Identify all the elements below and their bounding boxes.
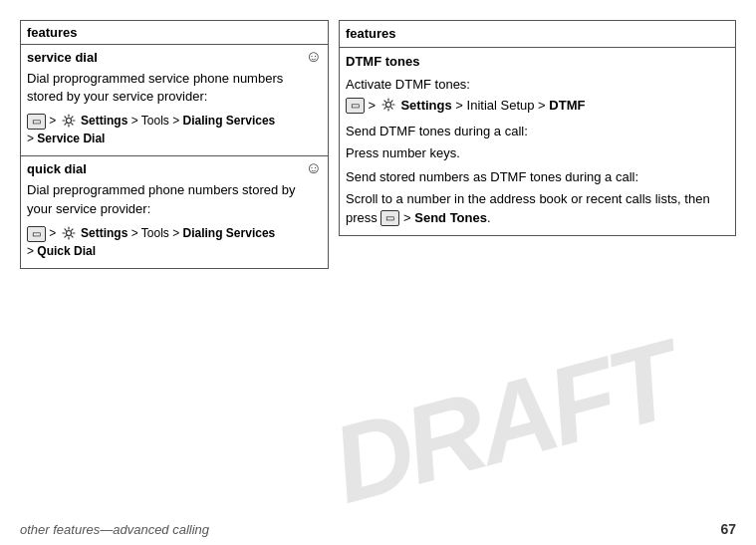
press-keys-row: Press number keys. [340, 141, 736, 165]
send-label-row: Send DTMF tones during a call: [340, 120, 736, 141]
service-dial-title-row: service dial ☺ [21, 45, 329, 69]
path-quick-dial: Quick Dial [37, 244, 96, 258]
scroll-label: Scroll to a number in the address book o… [340, 187, 736, 235]
quick-dial-icon: ☺ [306, 159, 322, 177]
press-keys-label: Press number keys. [340, 141, 736, 165]
main-area: features service dial ☺ Dial proprogramm… [0, 0, 756, 513]
footer-left: other features—advanced calling [20, 522, 209, 537]
path-dtmf: DTMF [549, 98, 585, 113]
footer: other features—advanced calling 67 [0, 513, 756, 545]
settings-icon-left-1 [61, 113, 77, 129]
path-dialing-left-2: Dialing Services [183, 226, 276, 240]
service-dial-title: service dial [27, 50, 98, 65]
svg-point-1 [66, 230, 71, 235]
service-dial-title-cell: service dial ☺ [21, 45, 329, 69]
stored-label: Send stored numbers as DTMF tones during… [340, 165, 736, 187]
right-header-cell: features [340, 21, 736, 48]
quick-dial-path: ▭ > Settings > Tools > Dialing Services … [21, 222, 329, 269]
menu-key-right-1: ▭ [346, 98, 365, 114]
scroll-row: Scroll to a number in the address book o… [340, 187, 736, 235]
service-dial-path-row: ▭ > Settings > Tools > Dialing Services … [21, 110, 329, 156]
right-table: features DTMF tones Activate DTMF tones:… [339, 20, 736, 236]
menu-key-right-2: ▭ [380, 210, 399, 226]
footer-right: 67 [720, 521, 736, 537]
service-dial-desc-row: Dial proprogrammed service phone numbers… [21, 68, 329, 110]
quick-dial-path-row: ▭ > Settings > Tools > Dialing Services … [21, 222, 329, 269]
quick-dial-desc-row: Dial preprogrammed phone numbers stored … [21, 179, 329, 221]
svg-point-0 [66, 119, 71, 124]
left-header-cell: features [21, 21, 329, 45]
left-table: features service dial ☺ Dial proprogramm… [20, 20, 329, 269]
service-dial-icon: ☺ [306, 48, 322, 66]
service-dial-desc: Dial proprogrammed service phone numbers… [21, 68, 329, 110]
page-content: features service dial ☺ Dial proprogramm… [0, 0, 756, 545]
menu-key-left-1: ▭ [27, 114, 46, 130]
stored-label-row: Send stored numbers as DTMF tones during… [340, 165, 736, 187]
path-settings-left-1: Settings [81, 114, 127, 128]
right-header-row: features [340, 21, 736, 48]
menu-key-left-2: ▭ [27, 226, 46, 242]
path-settings-right: Settings [400, 98, 451, 113]
settings-icon-left-2 [61, 225, 77, 241]
path-dialing-left-1: Dialing Services [183, 114, 276, 128]
quick-dial-desc: Dial preprogrammed phone numbers stored … [21, 179, 329, 221]
dtmf-title-row: DTMF tones [340, 48, 736, 74]
path-service-dial: Service Dial [37, 132, 105, 145]
settings-icon-right-1 [380, 97, 396, 113]
send-label: Send DTMF tones during a call: [340, 120, 736, 141]
left-header-row: features [21, 21, 329, 45]
activate-label: Activate DTMF tones: [340, 73, 736, 95]
activate-path: ▭ > Settings > Initial Setup > DTMF [340, 96, 736, 120]
quick-dial-title: quick dial [27, 161, 87, 176]
path-settings-left-2: Settings [81, 226, 127, 240]
dtmf-title: DTMF tones [346, 54, 419, 69]
send-tones-label: Send Tones [414, 210, 487, 225]
service-dial-path: ▭ > Settings > Tools > Dialing Services … [21, 110, 329, 156]
dtmf-title-cell: DTMF tones [340, 48, 736, 74]
activate-label-row: Activate DTMF tones: [340, 73, 736, 95]
quick-dial-title-row: quick dial ☺ [21, 156, 329, 179]
quick-dial-title-cell: quick dial ☺ [21, 156, 329, 179]
activate-path-row: ▭ > Settings > Initial Setup > DTMF [340, 96, 736, 120]
svg-point-2 [385, 103, 390, 108]
